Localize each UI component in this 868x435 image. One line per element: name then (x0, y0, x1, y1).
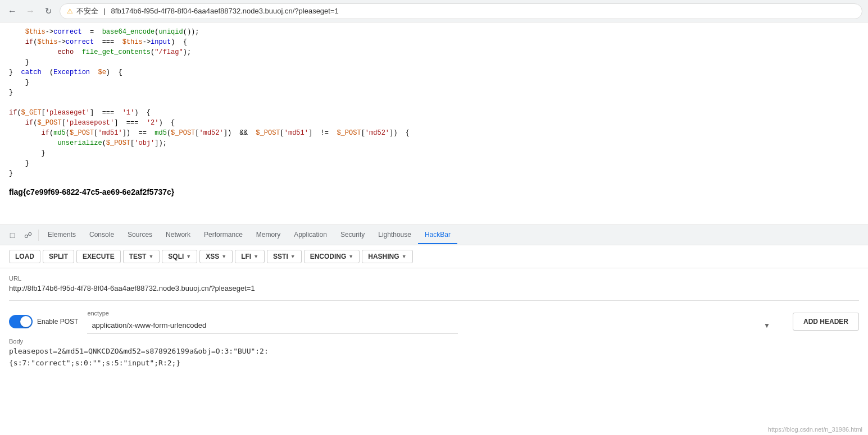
post-row: Enable POST enctype application/x-www-fo… (9, 310, 859, 333)
tab-hackbar[interactable]: HackBar (418, 226, 457, 244)
enctype-label: enctype (87, 310, 775, 317)
code-area: $this->correct = base64_encode(uniqid())… (0, 22, 868, 183)
split-button[interactable]: SPLIT (43, 250, 74, 263)
url-label: URL (9, 275, 859, 282)
sqli-dropdown-arrow: ▼ (186, 254, 191, 259)
test-button[interactable]: TEST ▼ (123, 250, 160, 263)
url-display: 8fb174b6-f95d-4f78-8f04-6aa4aef88732.nod… (111, 7, 339, 15)
ssti-dropdown-arrow: ▼ (290, 254, 296, 259)
xss-dropdown-arrow: ▼ (221, 254, 226, 259)
flag-display: flag{c7e99f69-6822-47c5-ae69-6e2af2f5737… (0, 183, 868, 201)
tab-security[interactable]: Security (334, 226, 371, 244)
tab-memory[interactable]: Memory (249, 226, 287, 244)
security-label: 不安全 (76, 6, 98, 16)
enable-post-label: Enable POST (37, 318, 78, 326)
sqli-button[interactable]: SQLI ▼ (162, 250, 197, 263)
xss-button[interactable]: XSS ▼ (199, 250, 233, 263)
enctype-select[interactable]: application/x-www-form-urlencoded multip… (87, 318, 458, 333)
lfi-dropdown-arrow: ▼ (253, 254, 258, 259)
inspect-element-button[interactable]: □ (4, 227, 20, 243)
device-toolbar-button[interactable]: ☍ (20, 227, 36, 243)
tab-lighthouse[interactable]: Lighthouse (371, 226, 418, 244)
encoding-dropdown-arrow: ▼ (348, 254, 353, 259)
enctype-section: enctype application/x-www-form-urlencode… (87, 310, 775, 333)
devtools-tabs: □ ☍ Elements Console Sources Network Per… (0, 225, 868, 245)
enable-post-toggle[interactable] (9, 315, 33, 328)
back-button[interactable]: ← (6, 4, 19, 18)
test-dropdown-arrow: ▼ (148, 254, 153, 259)
url-divider (9, 300, 859, 301)
reload-button[interactable]: ↻ (42, 4, 55, 18)
tab-application[interactable]: Application (287, 226, 334, 244)
enable-post-toggle-container: Enable POST (9, 315, 78, 328)
ssti-button[interactable]: SSTI ▼ (267, 250, 302, 263)
lfi-button[interactable]: LFI ▼ (235, 250, 265, 263)
bottom-link[interactable]: https://blog.csdn.net/n_31986.html (768, 426, 862, 433)
tab-sources[interactable]: Sources (121, 226, 159, 244)
hashing-button[interactable]: HASHING ▼ (362, 250, 412, 263)
tab-console[interactable]: Console (83, 226, 121, 244)
tab-separator (38, 230, 39, 241)
body-value[interactable]: pleasepost=2&md51=QNKCDZO&md52=s87892619… (9, 346, 859, 369)
body-line1: pleasepost=2&md51=QNKCDZO&md52=s87892619… (9, 347, 269, 355)
browser-chrome: ← → ↻ ⚠ 不安全 | 8fb174b6-f95d-4f78-8f04-6a… (0, 0, 868, 22)
tab-elements[interactable]: Elements (41, 226, 83, 244)
enctype-select-wrapper: application/x-www-form-urlencoded multip… (87, 318, 775, 333)
hackbar-toolbar: LOAD SPLIT EXECUTE TEST ▼ SQLI ▼ XSS ▼ L… (0, 245, 868, 268)
forward-button[interactable]: → (24, 4, 37, 18)
url-section: URL http://8fb174b6-f95d-4f78-8f04-6aa4a… (9, 275, 859, 294)
encoding-button[interactable]: ENCODING ▼ (304, 250, 360, 263)
execute-button[interactable]: EXECUTE (76, 250, 121, 263)
hashing-dropdown-arrow: ▼ (402, 254, 407, 259)
devtools: □ ☍ Elements Console Sources Network Per… (0, 225, 868, 435)
add-header-button[interactable]: ADD HEADER (793, 313, 859, 331)
load-button[interactable]: LOAD (9, 250, 40, 263)
toggle-thumb (20, 316, 31, 327)
address-bar[interactable]: ⚠ 不安全 | 8fb174b6-f95d-4f78-8f04-6aa4aef8… (60, 3, 862, 19)
tab-performance[interactable]: Performance (197, 226, 249, 244)
url-value[interactable]: http://8fb174b6-f95d-4f78-8f04-6aa4aef88… (9, 283, 859, 294)
security-icon: ⚠ (67, 7, 73, 15)
enctype-select-arrow: ▼ (764, 322, 770, 329)
body-label: Body (9, 338, 859, 345)
tab-network[interactable]: Network (159, 226, 197, 244)
body-section: Body pleasepost=2&md51=QNKCDZO&md52=s878… (9, 338, 859, 369)
body-line2: {s:7:"correct";s:0:"";s:5:"input";R:2;} (9, 359, 180, 367)
hackbar-content: URL http://8fb174b6-f95d-4f78-8f04-6aa4a… (0, 268, 868, 435)
page-content: $this->correct = base64_encode(uniqid())… (0, 22, 868, 225)
